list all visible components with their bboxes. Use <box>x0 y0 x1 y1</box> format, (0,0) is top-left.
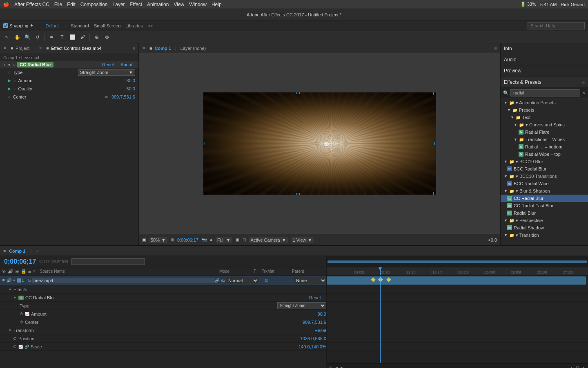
tl-zoom-slider[interactable]: ⊡ <box>576 366 579 368</box>
menu-edit[interactable]: Edit <box>67 2 76 7</box>
tree-radial-blur[interactable]: fx Radial Blur <box>501 209 588 217</box>
workspace-more[interactable]: >> <box>147 23 153 28</box>
ccblur-more[interactable]: ... <box>323 295 326 300</box>
tl-lock-icon[interactable]: 🔒 <box>21 269 27 274</box>
snap-control[interactable]: Snapping ✦ <box>3 23 33 28</box>
tl-label-icon[interactable]: ■ <box>28 269 31 274</box>
layer-expand[interactable]: ▼ <box>12 278 16 283</box>
tl-scale-graph[interactable]: 📈 <box>18 345 23 349</box>
tree-radial-flare[interactable]: fx Radial Flare <box>501 128 588 136</box>
tl-zoom-out[interactable]: ▲ <box>569 366 573 368</box>
handle-top-left[interactable] <box>203 92 206 95</box>
tree-radial-shadow[interactable]: fx Radial Shadow <box>501 224 588 231</box>
effects-presets-menu[interactable]: ≡ <box>582 79 585 85</box>
handle-mid-bottom[interactable] <box>296 193 300 195</box>
help-search-input[interactable] <box>528 22 585 29</box>
tree-curves-spins[interactable]: ▼ 📁 ▾ Curves and Spins <box>501 121 588 128</box>
comp-close[interactable]: ✕ <box>142 46 145 50</box>
ccblur-reset[interactable]: Reset <box>309 295 321 300</box>
menu-help[interactable]: Help <box>212 2 222 7</box>
timeline-ruler[interactable]: 04:05f 08:10f 12:15f 16:20f 20:25f 25:00… <box>327 267 588 276</box>
tree-transition[interactable]: ▼ 📁 ▾ Transition <box>501 231 588 239</box>
tl-amount-stopwatch[interactable]: ⏱ <box>20 312 23 316</box>
ec-reset-button[interactable]: Reset <box>102 62 114 67</box>
preview-label[interactable]: Preview <box>504 68 521 74</box>
workspace-standard[interactable]: Standard <box>71 23 89 28</box>
tl-type-select[interactable]: Straight Zoom Fading Zoom <box>277 302 326 309</box>
handle-mid-right[interactable] <box>434 142 436 145</box>
tl-solo-icon[interactable]: ◉ <box>15 269 19 274</box>
info-label[interactable]: Info <box>504 46 512 52</box>
handle-bottom-left[interactable] <box>203 192 206 195</box>
workspace-libraries[interactable]: Libraries <box>125 23 143 28</box>
effects-expand[interactable]: ▼ <box>8 287 12 292</box>
comp-menu[interactable]: ≡ <box>494 46 497 51</box>
tl-prev-keyframe[interactable]: ◀ <box>335 366 338 368</box>
layer-audio-icon[interactable]: 🔊 <box>7 278 11 283</box>
tl-scale-link[interactable]: 🔗 <box>24 345 29 349</box>
ccblur-expand[interactable]: ▼ <box>13 296 17 300</box>
quality-control[interactable]: Full ▼ <box>216 237 232 243</box>
workspace-default[interactable]: Default <box>46 23 60 28</box>
timeline-timecode[interactable]: 0;00;06;17 <box>4 258 36 265</box>
tl-amount-graph[interactable]: 📈 <box>25 312 29 316</box>
tree-bcc-radial-wipe[interactable]: fx BCC Radial Wipe <box>501 180 588 187</box>
track-area[interactable] <box>327 276 588 363</box>
tree-perspective[interactable]: ▼ 📁 ▾ Perspective <box>501 217 588 224</box>
tool-puppet[interactable]: ⊗ <box>102 33 111 42</box>
menu-view[interactable]: View <box>174 2 184 7</box>
menu-animation[interactable]: Animation <box>147 2 169 7</box>
tree-text[interactable]: ▼ 📁 Text <box>501 114 588 121</box>
tree-radial-bottom[interactable]: fx Radial … – bottom <box>501 143 588 150</box>
layer-mode-select[interactable]: Normal Multiply Screen <box>226 277 258 284</box>
menu-file[interactable]: File <box>54 2 62 7</box>
app-name[interactable]: After Effects CC <box>14 2 49 7</box>
layer-name[interactable]: beez.mp4 <box>32 278 215 283</box>
handle-top-right[interactable] <box>433 92 436 95</box>
zoom-control[interactable]: 50% ▼ <box>149 237 167 243</box>
timeline-search-input[interactable] <box>71 258 145 265</box>
tl-transform-expand[interactable]: ▼ <box>8 328 12 332</box>
ec-about-button[interactable]: About... <box>120 62 136 67</box>
layer-parent-select[interactable]: None <box>294 277 326 284</box>
type-dropdown[interactable]: Straight Zoom ▼ <box>78 69 135 76</box>
panel-menu[interactable]: ≡ <box>133 46 135 51</box>
tool-hand[interactable]: ✋ <box>13 33 22 42</box>
tree-cc-radial-fast-blur[interactable]: fx CC Radial Fast Blur <box>501 202 588 209</box>
tab-effect-controls[interactable]: Effect Controls beez.mp4 <box>51 46 101 51</box>
tl-pos-value[interactable]: 1036.0,568.0 <box>300 336 326 341</box>
quality-value[interactable]: 50.0 <box>127 86 135 91</box>
tree-transitions-wipes[interactable]: ▼ 📁 Transitions – Wipes <box>501 136 588 143</box>
menu-layer[interactable]: Layer <box>113 2 125 7</box>
tool-zoom[interactable]: 🔍 <box>23 33 32 42</box>
tl-transform-reset[interactable]: Reset <box>314 328 326 333</box>
center-value[interactable]: 909.7,531.6 <box>111 94 135 99</box>
menu-window[interactable]: Window <box>189 2 207 7</box>
tool-rotate[interactable]: ↺ <box>33 33 42 42</box>
ec-circle[interactable]: ○ <box>13 62 16 67</box>
handle-mid-left[interactable] <box>203 142 205 145</box>
timecode-display[interactable]: 0;00;06;17 <box>177 238 198 242</box>
tl-center-value[interactable]: 909.7,531.6 <box>303 320 326 325</box>
tl-amount-value[interactable]: 80.0 <box>318 312 326 316</box>
tool-pen[interactable]: ✒ <box>47 33 56 42</box>
amount-triangle[interactable]: ▶ <box>8 79 11 83</box>
menu-composition[interactable]: Composition <box>80 2 108 7</box>
layer-link-icon[interactable]: 🔗 <box>215 278 219 283</box>
amount-value[interactable]: 80.0 <box>127 78 135 83</box>
tl-scale-stopwatch[interactable]: ⏱ <box>13 345 17 349</box>
tl-audio-icon[interactable]: 🔊 <box>8 269 13 274</box>
tree-bcc10-blur[interactable]: ▼ 📁 ▾ BCC10 Blur <box>501 158 588 165</box>
ec-triangle[interactable]: ▼ <box>7 63 11 67</box>
tool-shape[interactable]: ⬜ <box>68 33 77 42</box>
tl-center-stopwatch[interactable]: ⏱ <box>20 320 23 324</box>
tab-project[interactable]: Project <box>16 46 29 51</box>
view-control[interactable]: 1 View ▼ <box>291 237 314 243</box>
effects-search-input[interactable] <box>510 89 580 96</box>
tree-blur-sharpen[interactable]: ▼ 📁 ▾ Blur & Sharpen <box>501 187 588 195</box>
tree-animation-presets[interactable]: ▼ 📁 ▾ Animation Presets <box>501 99 588 106</box>
ec-tab-close[interactable]: ✕ <box>39 46 42 50</box>
search-clear-button[interactable]: ✕ <box>582 90 586 96</box>
apple-menu[interactable]: 🍎 <box>3 2 9 7</box>
project-tab-close[interactable]: ✕ <box>3 46 7 50</box>
